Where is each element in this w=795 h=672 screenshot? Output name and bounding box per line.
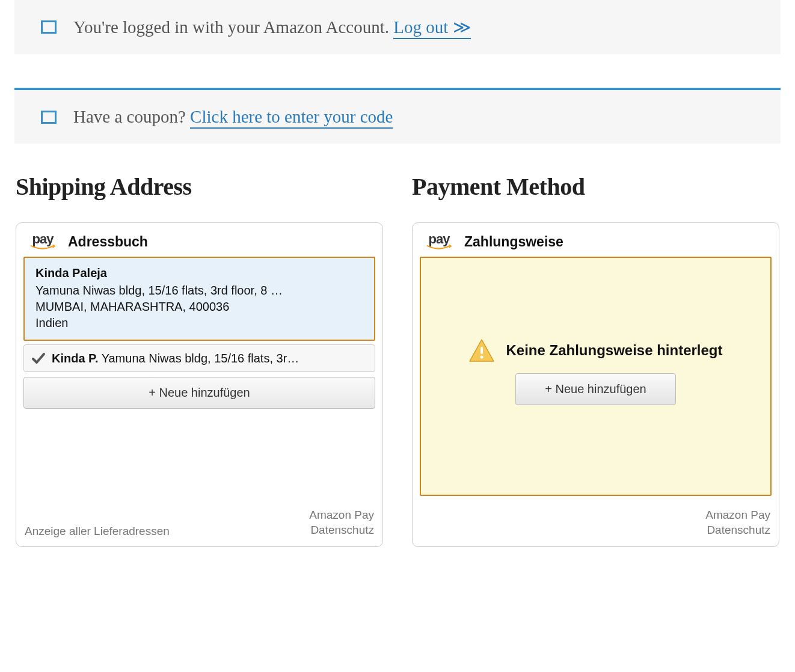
- payment-empty-box: Keine Zahlungsweise hinterlegt + Neue hi…: [420, 257, 772, 496]
- shipping-heading: Shipping Address: [16, 173, 383, 201]
- coupon-info-bar: Have a coupon? Click here to enter your …: [14, 88, 781, 144]
- address-option-rest: Yamuna Niwas bldg, 15/16 flats, 3r…: [98, 352, 299, 365]
- checkmark-icon: [31, 351, 46, 365]
- selected-address-line1: Yamuna Niwas bldg, 15/16 flats, 3rd floo…: [35, 283, 363, 299]
- logout-link[interactable]: Log out ≫: [393, 17, 470, 39]
- box-icon: [41, 20, 57, 34]
- amazon-pay-label: Amazon Pay: [309, 507, 374, 523]
- address-widget-footer: Anzeige aller Lieferadressen Amazon Pay …: [23, 505, 375, 538]
- coupon-info-prefix: Have a coupon?: [73, 107, 190, 126]
- privacy-link[interactable]: Datenschutz: [705, 522, 770, 538]
- add-payment-button[interactable]: + Neue hinzufügen: [515, 373, 675, 405]
- address-widget-title: Adressbuch: [68, 234, 148, 250]
- payment-warning-text: Keine Zahlungsweise hinterlegt: [506, 342, 722, 359]
- add-address-button[interactable]: + Neue hinzufügen: [23, 377, 375, 409]
- payment-warning-row: Keine Zahlungsweise hinterlegt: [468, 338, 722, 362]
- payment-column: Payment Method pay Zahlungsweise: [412, 173, 779, 547]
- coupon-info-text: Have a coupon? Click here to enter your …: [73, 107, 393, 127]
- address-option-row[interactable]: Kinda P. Yamuna Niwas bldg, 15/16 flats,…: [23, 344, 375, 372]
- address-widget: pay Adressbuch Kinda Paleja Yamuna N: [16, 222, 383, 547]
- login-info-prefix: You're logged in with your Amazon Accoun…: [73, 17, 393, 37]
- address-widget-header: pay Adressbuch: [23, 229, 375, 257]
- selected-address-name: Kinda Paleja: [35, 266, 363, 280]
- warning-icon: [468, 338, 495, 362]
- selected-address-line3: Indien: [35, 315, 363, 331]
- selected-address-line2: MUMBAI, MAHARASHTRA, 400036: [35, 299, 363, 315]
- payment-widget-header: pay Zahlungsweise: [420, 229, 772, 257]
- privacy-link[interactable]: Datenschutz: [309, 522, 374, 538]
- shipping-column: Shipping Address pay Adressbuch: [16, 173, 383, 547]
- payment-widget-title: Zahlungsweise: [464, 234, 563, 250]
- amazon-pay-label: Amazon Pay: [705, 507, 770, 523]
- address-option-name: Kinda P.: [52, 352, 98, 365]
- payment-widget-footer: Amazon Pay Datenschutz: [420, 505, 772, 538]
- address-option-text: Kinda P. Yamuna Niwas bldg, 15/16 flats,…: [52, 352, 299, 365]
- login-info-bar: You're logged in with your Amazon Accoun…: [14, 0, 781, 54]
- selected-address-card[interactable]: Kinda Paleja Yamuna Niwas bldg, 15/16 fl…: [23, 257, 375, 341]
- payment-heading: Payment Method: [412, 173, 779, 201]
- box-icon: [41, 111, 57, 124]
- svg-rect-0: [480, 347, 483, 354]
- login-info-text: You're logged in with your Amazon Accoun…: [73, 17, 471, 37]
- payment-widget: pay Zahlungsweise: [412, 222, 779, 547]
- coupon-link[interactable]: Click here to enter your code: [190, 107, 393, 129]
- amazon-pay-logo-icon: pay: [423, 233, 455, 251]
- svg-point-1: [480, 356, 483, 359]
- show-all-addresses-link[interactable]: Anzeige aller Lieferadressen: [25, 525, 170, 538]
- amazon-pay-logo-icon: pay: [27, 233, 58, 251]
